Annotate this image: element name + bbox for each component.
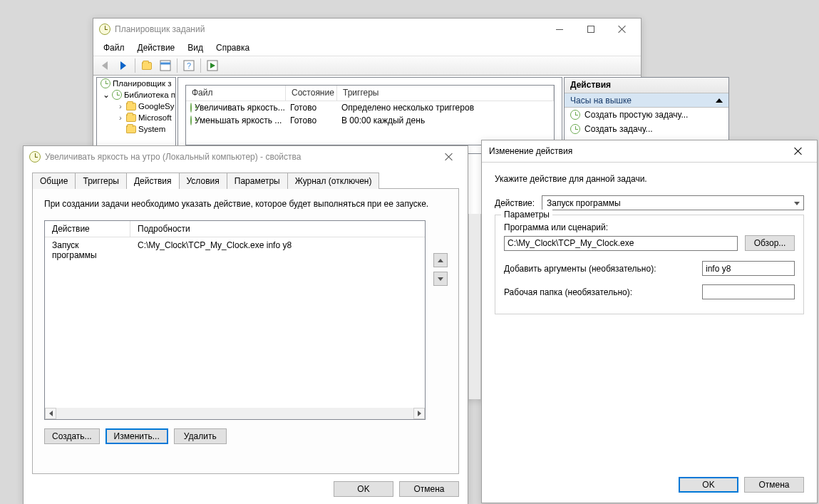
properties-button[interactable] bbox=[157, 57, 174, 74]
args-input[interactable] bbox=[702, 261, 795, 276]
clock-icon bbox=[570, 124, 580, 134]
titlebar: Планировщик заданий bbox=[93, 19, 641, 40]
horizontal-scrollbar[interactable] bbox=[45, 408, 425, 419]
tab-actions[interactable]: Действия bbox=[126, 173, 180, 189]
forward-button[interactable] bbox=[115, 57, 132, 74]
back-button[interactable] bbox=[96, 57, 113, 74]
help-button[interactable]: ? bbox=[180, 57, 197, 74]
edit-button[interactable]: Изменить... bbox=[105, 428, 168, 444]
tree-item-system[interactable]: System bbox=[97, 123, 175, 135]
header-action[interactable]: Действие bbox=[45, 221, 130, 237]
program-input[interactable] bbox=[504, 236, 738, 251]
close-button[interactable] bbox=[607, 19, 638, 39]
edit-action-dialog: Изменение действия Укажите действие для … bbox=[481, 140, 818, 503]
scroll-right-button[interactable] bbox=[413, 408, 425, 419]
header-triggers[interactable]: Триггеры bbox=[337, 86, 554, 101]
task-state: Готово bbox=[286, 103, 337, 113]
action-label: Действие: bbox=[495, 198, 542, 208]
scroll-track[interactable] bbox=[56, 408, 413, 419]
tab-row: Общие Триггеры Действия Условия Параметр… bbox=[32, 172, 459, 189]
edit-body: Укажите действие для данной задачи. Дейс… bbox=[482, 163, 817, 324]
tab-conditions[interactable]: Условия bbox=[179, 173, 227, 189]
tab-journal[interactable]: Журнал (отключен) bbox=[287, 173, 380, 189]
minimize-button[interactable] bbox=[544, 19, 575, 39]
tree-item-label: GoogleSy bbox=[138, 102, 175, 110]
menu-view[interactable]: Вид bbox=[182, 41, 209, 54]
action-create-simple-task[interactable]: Создать простую задачу... bbox=[565, 108, 728, 122]
table-row[interactable]: Запуск программы C:\My_Clock\TCP_My_Cloc… bbox=[45, 237, 425, 263]
task-row[interactable]: Увеличивать яркость... Готово Определено… bbox=[186, 101, 554, 114]
delete-button[interactable]: Удалить bbox=[174, 428, 227, 444]
maximize-button[interactable] bbox=[575, 19, 607, 39]
move-down-button[interactable] bbox=[433, 272, 448, 286]
menu-file[interactable]: Файл bbox=[98, 41, 130, 54]
chevron-right-icon: › bbox=[117, 102, 124, 110]
folder-icon bbox=[126, 125, 136, 133]
action-type-combo[interactable]: Запуск программы bbox=[542, 195, 804, 210]
clock-icon bbox=[190, 115, 192, 125]
action-label: Создать задачу... bbox=[584, 124, 653, 134]
properties-icon bbox=[160, 60, 171, 71]
create-button[interactable]: Создать... bbox=[44, 428, 100, 444]
task-trigger: Определено несколько триггеров bbox=[337, 103, 554, 113]
folder-icon bbox=[126, 103, 136, 110]
cancel-button[interactable]: Отмена bbox=[744, 477, 804, 493]
window-title: Увеличивать яркость на утро (Локальный к… bbox=[45, 152, 433, 162]
group-title: Параметры bbox=[501, 210, 552, 220]
clock-icon bbox=[101, 78, 110, 88]
task-state: Готово bbox=[286, 115, 337, 125]
menu-help[interactable]: Справка bbox=[210, 41, 255, 54]
ok-button[interactable]: OK bbox=[679, 477, 738, 493]
dialog-buttons: OK Отмена bbox=[679, 477, 804, 493]
tree-item-googlesy[interactable]: › GoogleSy bbox=[97, 101, 175, 112]
header-file[interactable]: Файл bbox=[186, 86, 286, 101]
clock-icon bbox=[99, 24, 110, 35]
close-button[interactable] bbox=[783, 141, 814, 161]
menubar: Файл Действие Вид Справка bbox=[93, 40, 641, 56]
action-create-task[interactable]: Создать задачу... bbox=[565, 122, 728, 136]
workdir-input[interactable] bbox=[702, 284, 795, 299]
tab-triggers[interactable]: Триггеры bbox=[75, 173, 127, 189]
clock-icon bbox=[570, 110, 580, 120]
chevron-down-icon: ⌄ bbox=[103, 90, 110, 100]
tree-library[interactable]: ⌄ Библиотека п bbox=[97, 89, 175, 101]
action-type-value: Запуск программы bbox=[547, 198, 621, 208]
task-trigger: В 00:00 каждый день bbox=[337, 115, 554, 125]
move-up-button[interactable] bbox=[433, 253, 448, 267]
task-row[interactable]: Уменьшать яркость ... Готово В 00:00 каж… bbox=[186, 114, 554, 127]
up-folder-button[interactable] bbox=[138, 57, 155, 74]
actions-panel-sub-label: Часы на вышке bbox=[570, 96, 632, 106]
cancel-button[interactable]: Отмена bbox=[399, 481, 459, 497]
actions-panel-sub[interactable]: Часы на вышке bbox=[565, 93, 728, 108]
folder-icon bbox=[126, 114, 136, 122]
program-label: Программа или сценарий: bbox=[504, 222, 795, 232]
header-details[interactable]: Подробности bbox=[130, 221, 425, 237]
header-state[interactable]: Состояние bbox=[286, 86, 337, 101]
tree-item-microsoft[interactable]: › Microsoft bbox=[97, 112, 175, 123]
menu-action[interactable]: Действие bbox=[132, 41, 181, 54]
actions-table: Действие Подробности Запуск программы C:… bbox=[44, 220, 426, 420]
close-button[interactable] bbox=[433, 147, 465, 167]
tree-root-label: Планировщик з bbox=[113, 79, 171, 88]
tab-general[interactable]: Общие bbox=[32, 173, 76, 189]
run-button[interactable] bbox=[204, 57, 221, 74]
toolbar: ? bbox=[93, 56, 641, 76]
svg-rect-0 bbox=[160, 61, 170, 71]
run-icon bbox=[207, 60, 218, 71]
task-properties-window: Увеличивать яркость на утро (Локальный к… bbox=[23, 145, 468, 504]
ok-button[interactable]: OK bbox=[334, 481, 393, 497]
tree-root[interactable]: Планировщик з bbox=[97, 78, 175, 89]
window-title: Изменение действия bbox=[489, 146, 783, 156]
window-title: Планировщик заданий bbox=[115, 24, 544, 34]
tree-item-label: System bbox=[138, 125, 165, 133]
row-details: C:\My_Clock\TCP_My_Clock.exe info y8 bbox=[130, 239, 425, 262]
scroll-left-button[interactable] bbox=[45, 408, 56, 419]
folder-icon bbox=[142, 62, 152, 70]
actions-table-header: Действие Подробности bbox=[45, 221, 425, 237]
clock-icon bbox=[190, 103, 192, 113]
browse-button[interactable]: Обзор... bbox=[745, 235, 795, 251]
tab-content: При создании задачи необходимо указать д… bbox=[32, 189, 459, 474]
tab-params[interactable]: Параметры bbox=[227, 173, 288, 189]
properties-body: Общие Триггеры Действия Условия Параметр… bbox=[24, 168, 468, 504]
row-action: Запуск программы bbox=[45, 239, 130, 262]
